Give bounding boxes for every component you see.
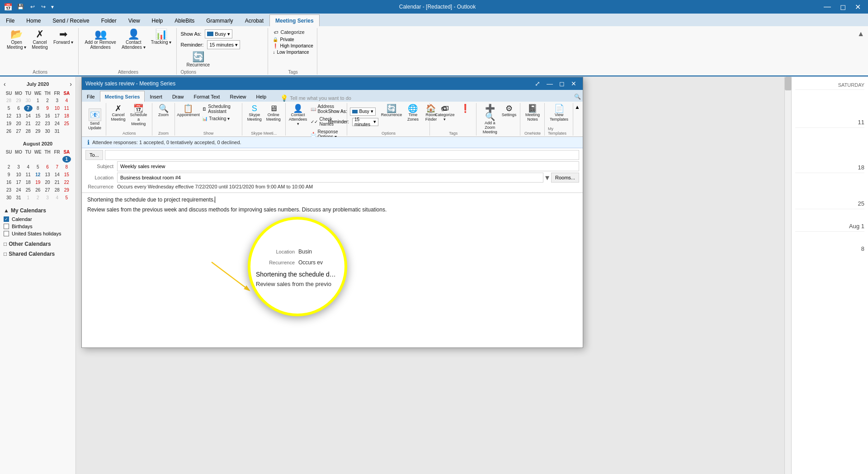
next-month-button[interactable]: › [70,80,72,88]
day-cell[interactable]: 25 [62,120,71,127]
ribbon-collapse-btn[interactable]: ▲ [855,28,866,75]
tab-file[interactable]: File [0,14,20,26]
categorize-button[interactable]: 🏷 Categorize [272,28,308,36]
meeting-reminder-dropdown[interactable]: 15 minutes ▾ [352,118,378,126]
schedule-meeting-btn[interactable]: 📆 Schedulea Meeting [128,103,149,127]
day-cell[interactable]: 19 [5,120,13,127]
shared-calendars-header[interactable]: □ Shared Calendars [4,251,72,257]
tab-meeting-series[interactable]: Meeting Series [269,14,320,26]
meeting-restore-button[interactable]: ◻ [557,79,567,88]
tab-send-receive[interactable]: Send / Receive [47,14,95,26]
meeting-tab-help[interactable]: Help [251,91,272,102]
categorize-meeting-btn[interactable]: 🏷 Categorize ▾ [433,103,457,123]
day-cell[interactable]: 27 [14,128,23,135]
online-meeting-btn[interactable]: 🖥 OnlineMeeting [264,103,283,123]
qat-dropdown[interactable]: ▼ [50,5,55,9]
scheduling-assistant-btn[interactable]: 🗓 Scheduling Assistant [199,103,239,115]
tracking-button[interactable]: 📊 Tracking ▾ [149,28,174,46]
private-button[interactable]: 🔒 Private [272,37,295,42]
day-cell[interactable]: 5 [5,105,13,112]
tab-grammarly[interactable]: Grammarly [200,14,239,26]
location-dropdown-arrow[interactable]: ▾ [545,173,549,183]
important-meeting-btn[interactable]: ❗ [457,103,473,114]
day-cell[interactable]: 3 [53,97,61,104]
meeting-tab-file[interactable]: File [82,91,100,102]
qat-redo[interactable]: ↪ [39,3,47,11]
recurrence-button[interactable]: 🔄 Recurrence [184,51,212,69]
tab-home[interactable]: Home [20,14,47,26]
send-update-button[interactable]: 📧 SendUpdate [86,107,103,131]
meeting-close-button[interactable]: ✕ [568,79,579,88]
birthdays-checkbox[interactable] [4,224,9,229]
meeting-recurrence-btn[interactable]: 🔄 Recurrence [380,103,403,118]
my-calendars-header[interactable]: ▲ My Calendars [4,207,72,214]
day-cell[interactable]: 28 [5,97,13,104]
view-templates-btn[interactable]: 📄 ViewTemplates [548,103,570,123]
low-importance-button[interactable]: ↓ Low Importance [272,49,310,55]
meeting-tab-insert[interactable]: Insert [145,91,167,102]
contact-attendees-button[interactable]: 👤 ContactAttendees ▾ [119,28,148,51]
day-cell[interactable]: 4 [62,97,71,104]
day-cell[interactable]: 26 [5,128,13,135]
day-cell[interactable]: 6 [14,105,23,112]
to-button[interactable]: To... [85,150,103,160]
contact-attendees-meeting-btn[interactable]: 👤 ContactAttendees ▾ [289,103,307,127]
calendar-item-calendar[interactable]: ✓ Calendar [4,216,72,223]
open-meeting-button[interactable]: 📂 OpenMeeting ▾ [5,28,28,51]
day-cell[interactable]: 23 [43,120,52,127]
subject-field[interactable] [117,161,579,171]
meeting-tab-meeting-series[interactable]: Meeting Series [100,91,145,102]
qat-save[interactable]: 💾 [15,3,26,11]
appointment-btn[interactable]: 📋 Appointment [178,103,199,118]
tracking-show-btn[interactable]: 📊 Tracking ▾ [199,115,239,122]
tab-folder[interactable]: Folder [95,14,123,26]
meeting-tab-review[interactable]: Review [225,91,251,102]
day-cell[interactable]: 17 [53,113,61,119]
skype-meeting-btn[interactable]: S SkypeMeeting [245,103,264,123]
day-cell[interactable]: 29 [33,128,42,135]
time-zones-btn[interactable]: 🌐 TimeZones [405,103,421,123]
rooms-button[interactable]: Rooms... [551,173,579,183]
vertical-scrollbar[interactable] [784,77,791,474]
other-calendars-header[interactable]: □ Other Calendars [4,241,72,247]
day-cell[interactable]: 2 [43,97,52,104]
day-cell[interactable]: 24 [53,120,61,127]
tab-view[interactable]: View [123,14,146,26]
meeting-ribbon-expand[interactable]: ▲ [574,103,581,136]
us-holidays-checkbox[interactable] [4,231,9,236]
high-importance-button[interactable]: ❗ High Importance [272,43,314,49]
day-cell[interactable]: 7 [24,105,33,112]
forward-button[interactable]: ➡ Forward ▾ [51,28,75,46]
minimize-button[interactable]: — [820,2,835,12]
day-cell[interactable]: 11 [62,105,71,112]
add-remove-attendees-button[interactable]: 👥 Add or RemoveAttendees [82,28,118,51]
meeting-tab-draw[interactable]: Draw [167,91,189,102]
restore-button[interactable]: ◻ [836,2,849,12]
cancel-meeting-ribbon-btn[interactable]: ✗ CancelMeeting [109,103,127,123]
cancel-meeting-button[interactable]: ✗ CancelMeeting [29,28,50,51]
day-cell[interactable]: 21 [24,120,33,127]
scrollbar-thumb[interactable] [785,77,792,90]
day-cell[interactable]: 13 [14,113,23,119]
reminder-dropdown[interactable]: 15 minutes ▾ [207,40,240,49]
day-cell[interactable]: 10 [53,105,61,112]
tab-ablebits[interactable]: AbleBits [169,14,200,26]
day-cell[interactable]: 15 [33,113,42,119]
day-cell[interactable]: 29 [14,97,23,104]
day-cell[interactable]: 22 [33,120,42,127]
day-cell[interactable]: 12 [5,113,13,119]
day-cell[interactable]: 30 [43,128,52,135]
day-cell[interactable]: 31 [53,128,61,135]
settings-btn[interactable]: ⚙ Settings [501,103,517,118]
day-cell[interactable]: 14 [24,113,33,119]
calendar-item-us-holidays[interactable]: United States holidays [4,230,72,237]
show-as-dropdown[interactable]: Busy ▾ [205,29,232,38]
meeting-search-icon[interactable]: 🔍 [572,92,583,102]
tab-help[interactable]: Help [146,14,169,26]
location-field[interactable] [117,173,543,183]
tab-acrobat[interactable]: Acrobat [239,14,269,26]
meeting-expand-button[interactable]: ⤢ [532,79,543,88]
zoom-btn[interactable]: 🔍 Zoom [156,103,172,118]
day-cell[interactable]: 1 [33,97,42,104]
add-zoom-meeting-btn[interactable]: ➕🔍 Add a ZoomMeeting [480,103,500,136]
